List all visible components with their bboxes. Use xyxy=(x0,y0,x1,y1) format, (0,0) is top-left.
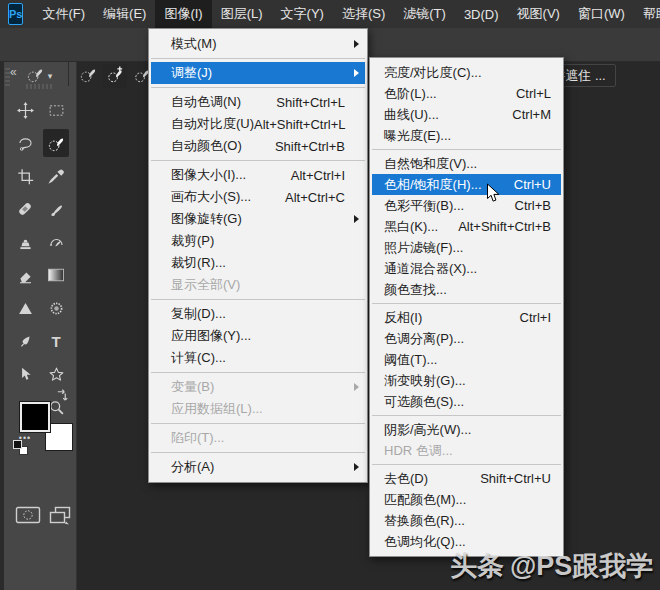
menu-item-exposure[interactable]: 曝光度(E)... xyxy=(372,125,561,146)
menu-item-posterize[interactable]: 色调分离(P)... xyxy=(372,328,561,349)
pen-tool-button[interactable] xyxy=(12,327,38,355)
menu-item-duplicate[interactable]: 复制(D)... xyxy=(151,303,365,325)
selection-brush-plus-icon xyxy=(106,65,125,88)
type-tool-button[interactable]: T xyxy=(43,327,69,355)
menu-item-canvas-size[interactable]: 画布大小(S)... Alt+Ctrl+C xyxy=(151,186,365,208)
menu-item-image-rotation[interactable]: 图像旋转(G) xyxy=(151,208,365,230)
menu-item-label: 渐变映射(G)... xyxy=(372,372,466,390)
menu-item-gradient-map[interactable]: 渐变映射(G)... xyxy=(372,370,561,391)
menubar-item-view[interactable]: 视图(V) xyxy=(508,0,569,28)
menu-item-shadows-highlights[interactable]: 阴影/高光(W)... xyxy=(372,419,561,440)
menu-separator xyxy=(372,415,561,416)
smudge-tool-button[interactable] xyxy=(43,294,69,322)
history-brush-icon xyxy=(48,234,65,251)
menubar-item-window[interactable]: 窗口(W) xyxy=(569,0,634,28)
quick-mask-mode-button[interactable] xyxy=(14,505,42,525)
type-tool-icon: T xyxy=(51,333,60,350)
menubar-item-layer[interactable]: 图层(L) xyxy=(212,0,272,28)
menu-item-label: 陷印(T)... xyxy=(151,429,224,447)
menubar-item-select[interactable]: 选择(S) xyxy=(333,0,394,28)
menu-item-threshold[interactable]: 阈值(T)... xyxy=(372,349,561,370)
clone-stamp-tool-button[interactable] xyxy=(12,228,38,256)
move-tool-button[interactable] xyxy=(12,96,38,124)
brush-tool-button[interactable] xyxy=(43,195,69,223)
eyedropper-tool-button[interactable] xyxy=(43,162,69,190)
menu-item-apply-image[interactable]: 应用图像(Y)... xyxy=(151,325,365,347)
menu-item-label: 颜色查找... xyxy=(372,281,447,299)
menu-item-trim[interactable]: 裁切(R)... xyxy=(151,252,365,274)
menubar-item-3d[interactable]: 3D(D) xyxy=(455,2,508,27)
selection-brush-icon xyxy=(26,65,45,88)
menu-item-hdr-toning: HDR 色调... xyxy=(372,440,561,461)
menu-item-curves[interactable]: 曲线(U)... Ctrl+M xyxy=(372,104,561,125)
menu-item-label: 阴影/高光(W)... xyxy=(372,421,471,439)
menu-item-replace-color[interactable]: 替换颜色(R)... xyxy=(372,510,561,531)
menubar-item-image[interactable]: 图像(I) xyxy=(155,0,211,28)
lasso-tool-button[interactable] xyxy=(12,129,38,157)
menubar-item-file[interactable]: 文件(F) xyxy=(33,0,94,28)
custom-shape-tool-button[interactable] xyxy=(43,360,69,388)
menu-item-label: 色阶(L)... xyxy=(372,85,437,103)
menu-item-adjustments[interactable]: 调整(J) xyxy=(151,62,365,84)
menu-item-label: 反相(I) xyxy=(372,309,422,327)
menu-item-levels[interactable]: 色阶(L)... Ctrl+L xyxy=(372,83,561,104)
menu-item-mode[interactable]: 模式(M) xyxy=(151,33,365,55)
history-brush-tool-button[interactable] xyxy=(43,228,69,256)
bandage-icon xyxy=(16,200,34,218)
menu-item-label: 阈值(T)... xyxy=(372,351,437,369)
default-colors-icon[interactable] xyxy=(13,440,22,449)
selection-brush-tool-button[interactable] xyxy=(43,129,69,157)
menu-item-invert[interactable]: 反相(I) Ctrl+I xyxy=(372,307,561,328)
menu-item-label: 应用数据组(L)... xyxy=(151,400,263,418)
menu-item-color-lookup[interactable]: 颜色查找... xyxy=(372,279,561,300)
triangle-icon xyxy=(17,300,34,317)
image-menu-panel: 模式(M) 调整(J) 自动色调(N) Shift+Ctrl+L 自动对比度(U… xyxy=(148,28,368,483)
menu-item-photo-filter[interactable]: 照片滤镜(F)... xyxy=(372,237,561,258)
new-selection-mode-button[interactable] xyxy=(76,64,100,88)
menu-item-auto-tone[interactable]: 自动色调(N) Shift+Ctrl+L xyxy=(151,91,365,113)
menu-item-analysis[interactable]: 分析(A) xyxy=(151,456,365,478)
crop-tool-button[interactable] xyxy=(12,162,38,190)
menu-item-crop[interactable]: 裁剪(P) xyxy=(151,230,365,252)
swap-colors-icon[interactable] xyxy=(54,388,69,406)
menu-item-brightness-contrast[interactable]: 亮度/对比度(C)... xyxy=(372,62,561,83)
blur-tool-button[interactable] xyxy=(12,294,38,322)
menu-item-label: 通道混合器(X)... xyxy=(372,260,477,278)
path-selection-tool-button[interactable] xyxy=(12,360,38,388)
tool-preset-button[interactable]: ▾ xyxy=(16,64,62,88)
screen-mode-button[interactable] xyxy=(46,505,74,525)
menu-item-hue-saturation[interactable]: 色相/饱和度(H)... Ctrl+U xyxy=(372,174,561,195)
menu-item-shortcut: Shift+Ctrl+B xyxy=(275,139,365,154)
menubar-item-help[interactable]: 帮助(H) xyxy=(634,0,660,28)
marquee-tool-button[interactable] xyxy=(43,96,69,124)
options-separator xyxy=(68,62,69,86)
menu-item-label: 变量(B) xyxy=(151,378,214,396)
menu-item-black-white[interactable]: 黑白(K)... Alt+Shift+Ctrl+B xyxy=(372,216,561,237)
eraser-tool-button[interactable] xyxy=(12,261,38,289)
menu-item-auto-contrast[interactable]: 自动对比度(U) Alt+Shift+Ctrl+L xyxy=(151,113,365,135)
menu-item-label: 亮度/对比度(C)... xyxy=(372,64,482,82)
menu-item-desaturate[interactable]: 去色(D) Shift+Ctrl+U xyxy=(372,468,561,489)
menu-item-shortcut: Ctrl+M xyxy=(512,107,561,122)
options-bar-grip[interactable] xyxy=(5,66,10,86)
menu-separator xyxy=(372,303,561,304)
foreground-color-swatch[interactable] xyxy=(20,402,50,432)
menu-item-auto-color[interactable]: 自动颜色(O) Shift+Ctrl+B xyxy=(151,135,365,157)
gradient-tool-button[interactable] xyxy=(43,261,69,289)
menu-item-image-size[interactable]: 图像大小(I)... Alt+Ctrl+I xyxy=(151,164,365,186)
mouse-cursor xyxy=(486,183,501,208)
shape-star-icon xyxy=(48,366,65,383)
menu-separator xyxy=(151,299,365,300)
healing-brush-tool-button[interactable] xyxy=(12,195,38,223)
menu-item-match-color[interactable]: 匹配颜色(M)... xyxy=(372,489,561,510)
menu-item-channel-mixer[interactable]: 通道混合器(X)... xyxy=(372,258,561,279)
menu-item-selective-color[interactable]: 可选颜色(S)... xyxy=(372,391,561,412)
menubar-item-edit[interactable]: 编辑(E) xyxy=(94,0,155,28)
menu-item-calculations[interactable]: 计算(C)... xyxy=(151,347,365,369)
menu-item-variables: 变量(B) xyxy=(151,376,365,398)
menubar-item-type[interactable]: 文字(Y) xyxy=(272,0,333,28)
add-to-selection-mode-button[interactable] xyxy=(103,64,127,88)
menubar-item-filter[interactable]: 滤镜(T) xyxy=(394,0,455,28)
menu-item-vibrance[interactable]: 自然饱和度(V)... xyxy=(372,153,561,174)
menu-item-color-balance[interactable]: 色彩平衡(B)... Ctrl+B xyxy=(372,195,561,216)
